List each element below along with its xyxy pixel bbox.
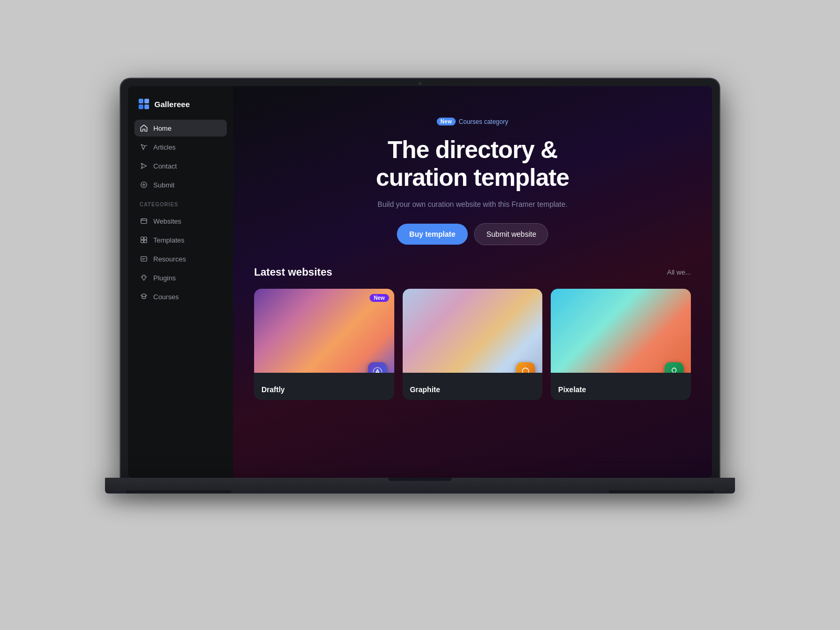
- hero-title-line1: The directory &: [387, 136, 558, 163]
- all-websites-link[interactable]: All we...: [667, 268, 691, 276]
- new-badge: New: [437, 118, 456, 125]
- logo-dot-3: [139, 104, 143, 109]
- card-app-icon-pixelate: [665, 362, 684, 373]
- website-card-graphite[interactable]: Graphite: [403, 289, 543, 400]
- card-app-icon-graphite: [516, 362, 535, 373]
- card-info-pixelate: Pixelate: [551, 373, 691, 400]
- card-name-graphite: Graphite: [410, 385, 536, 394]
- card-new-badge-draftly: New: [370, 294, 389, 302]
- sidebar-item-plugins[interactable]: Plugins: [134, 269, 227, 286]
- screen-bezel: Gallereee Home: [121, 79, 719, 478]
- sidebar-item-courses-label: Courses: [153, 293, 178, 301]
- camera-dot: [418, 82, 422, 85]
- courses-icon: [140, 292, 148, 301]
- sidebar-item-plugins-label: Plugins: [153, 274, 176, 282]
- section-title: Latest websites: [254, 266, 332, 278]
- badge-area: New Courses category: [437, 118, 508, 125]
- category-badge: Courses category: [459, 118, 508, 125]
- plugins-icon: [140, 274, 148, 282]
- card-name-pixelate: Pixelate: [558, 385, 684, 394]
- laptop-shell: Gallereee Home: [105, 79, 735, 551]
- card-info-graphite: Graphite: [403, 373, 543, 400]
- thumbnail-gradient-graphite: [403, 289, 543, 373]
- latest-websites-section: Latest websites All we... New: [233, 266, 712, 478]
- websites-grid: New Draftly: [254, 289, 691, 400]
- hero-buttons: Buy template Submit website: [397, 223, 549, 245]
- hero-section: New Courses category The directory & cur…: [233, 86, 712, 266]
- svg-rect-5: [141, 237, 144, 240]
- hero-subtitle: Build your own curation website with thi…: [377, 200, 568, 208]
- contact-icon: [140, 162, 148, 170]
- screen-content: Gallereee Home: [128, 86, 712, 478]
- submit-website-button[interactable]: Submit website: [474, 223, 548, 245]
- laptop-foot-left: [126, 490, 231, 494]
- svg-marker-0: [141, 163, 146, 169]
- website-card-draftly[interactable]: New Draftly: [254, 289, 394, 400]
- svg-point-4: [143, 219, 143, 219]
- sidebar-item-resources-label: Resources: [153, 255, 186, 263]
- camera-notch: [418, 82, 422, 85]
- section-header: Latest websites All we...: [254, 266, 691, 278]
- svg-rect-6: [144, 237, 147, 240]
- website-card-pixelate[interactable]: Pixelate: [551, 289, 691, 400]
- sidebar-item-websites[interactable]: Websites: [134, 213, 227, 229]
- templates-icon: [140, 236, 148, 244]
- svg-rect-9: [141, 257, 147, 261]
- laptop-base: [105, 478, 735, 494]
- laptop-foot-right: [609, 490, 714, 494]
- submit-icon: [140, 181, 148, 189]
- laptop-hinge: [388, 478, 452, 481]
- sidebar-item-home-label: Home: [153, 124, 172, 132]
- sidebar-item-home[interactable]: Home: [134, 120, 227, 136]
- logo-dot-4: [144, 104, 149, 109]
- main-content: New Courses category The directory & cur…: [233, 86, 712, 478]
- card-thumbnail-graphite: [403, 289, 543, 373]
- sidebar-item-resources[interactable]: Resources: [134, 250, 227, 267]
- sidebar-item-articles[interactable]: Articles: [134, 139, 227, 155]
- home-icon: [140, 124, 148, 132]
- articles-icon: [140, 143, 148, 151]
- logo-text: Gallereee: [154, 100, 190, 109]
- sidebar-item-submit[interactable]: Submit: [134, 176, 227, 193]
- sidebar: Gallereee Home: [128, 86, 233, 478]
- logo-dot-1: [139, 99, 143, 103]
- thumbnail-gradient-pixelate: [551, 289, 691, 373]
- hero-title-line2: curation template: [376, 164, 569, 191]
- sidebar-item-articles-label: Articles: [153, 143, 176, 151]
- hero-title: The directory & curation template: [376, 136, 569, 192]
- card-app-icon-draftly: [368, 362, 387, 373]
- logo-area: Gallereee: [134, 97, 227, 118]
- sidebar-item-templates-label: Templates: [153, 236, 184, 244]
- categories-label: Categories: [134, 195, 227, 211]
- svg-point-3: [142, 219, 142, 219]
- svg-rect-8: [144, 240, 147, 243]
- sidebar-item-contact[interactable]: Contact: [134, 158, 227, 174]
- card-thumbnail-pixelate: [551, 289, 691, 373]
- logo-icon: [139, 99, 149, 109]
- sidebar-item-courses[interactable]: Courses: [134, 288, 227, 305]
- logo-dot-2: [144, 99, 149, 103]
- sidebar-item-websites-label: Websites: [153, 217, 181, 225]
- card-info-draftly: Draftly: [254, 373, 394, 400]
- card-name-draftly: Draftly: [261, 385, 387, 394]
- sidebar-item-templates[interactable]: Templates: [134, 232, 227, 248]
- card-thumbnail-draftly: New: [254, 289, 394, 373]
- resources-icon: [140, 255, 148, 263]
- sidebar-item-submit-label: Submit: [153, 181, 174, 189]
- buy-template-button[interactable]: Buy template: [397, 224, 468, 245]
- websites-icon: [140, 217, 148, 225]
- svg-rect-7: [141, 240, 144, 243]
- sidebar-item-contact-label: Contact: [153, 162, 177, 170]
